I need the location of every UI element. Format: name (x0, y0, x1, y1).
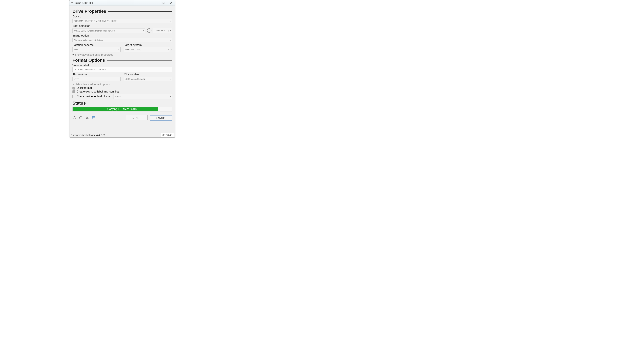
volume-label-label: Volume label (72, 64, 172, 67)
svg-point-10 (81, 117, 81, 117)
cluster-size-combo[interactable]: 4096 bytes (Default) ▾ (124, 77, 172, 81)
status-elapsed: 00:00:46 (161, 133, 174, 137)
hide-advanced-format-label: Hide advanced format options (75, 83, 110, 86)
boot-selection-label: Boot selection (72, 24, 172, 28)
section-title: Format Options (72, 58, 105, 63)
target-system-help[interactable]: ? (171, 48, 172, 51)
progress-text: Copying ISO files: 86.0% (72, 107, 172, 111)
content-area: Drive Properties Device CCCOMA_X64FRE_EN… (70, 6, 175, 132)
info-icon[interactable] (79, 116, 83, 120)
partition-scheme-combo[interactable]: GPT ▾ (72, 47, 120, 52)
target-system-label: Target system (124, 43, 170, 47)
section-rule (88, 103, 172, 103)
rufus-window: Rufus 3.20.1929 Drive Properties Device … (69, 0, 175, 137)
titlebar: Rufus 3.20.1929 (70, 0, 175, 6)
chevron-down-icon: ▾ (170, 95, 171, 98)
svg-rect-18 (92, 117, 95, 119)
chevron-down-icon: ▾ (118, 78, 120, 80)
quick-format-label: Quick format (77, 86, 92, 89)
image-option-combo[interactable]: Standard Windows installation ▾ (72, 38, 172, 42)
image-option-value: Standard Windows installation (74, 39, 103, 41)
file-system-value: NTFS (74, 78, 79, 80)
partition-scheme-value: GPT (74, 48, 78, 51)
target-system-value: UEFI (non CSM) (125, 48, 141, 51)
section-format-options: Format Options (72, 58, 172, 63)
section-title: Status (72, 100, 86, 106)
chevron-down-icon: ▾ (170, 78, 171, 80)
boot-selection-combo[interactable]: Win11_22H2_EnglishInternational_x64.iso … (72, 28, 146, 33)
window-title: Rufus 3.20.1929 (74, 1, 152, 4)
chevron-down-icon[interactable]: ▾ (168, 30, 172, 31)
svg-point-17 (86, 118, 87, 119)
chevron-up-icon: ▴ (72, 83, 74, 86)
section-status: Status (72, 100, 172, 106)
close-button[interactable] (167, 0, 175, 5)
status-file: F:\sources\install.wim (4.4 GB) (71, 134, 161, 136)
maximize-button[interactable] (160, 0, 167, 5)
chevron-down-icon: ▾ (118, 48, 120, 51)
cluster-size-label: Cluster size (124, 73, 172, 76)
statusbar: F:\sources\install.wim (4.4 GB) 00:00:46 (70, 132, 175, 137)
section-drive-properties: Drive Properties (72, 9, 172, 14)
settings-icon[interactable] (85, 116, 89, 120)
section-rule (108, 11, 172, 11)
minimize-button[interactable] (152, 0, 160, 5)
bad-blocks-checkbox[interactable] (72, 95, 75, 98)
chevron-down-icon: ▾ (168, 48, 169, 51)
show-advanced-drive-label: Show advanced drive properties (75, 53, 113, 56)
target-system-combo[interactable]: UEFI (non CSM) ▾ (124, 47, 170, 52)
extended-label-checkbox[interactable]: ✓ (72, 90, 75, 93)
volume-label-input[interactable]: CCCOMA_X64FRE_EN-GB_DV9 (72, 67, 172, 72)
bad-blocks-label: Check device for bad blocks (77, 95, 110, 98)
svg-point-16 (88, 117, 88, 118)
start-button-label: START (132, 116, 141, 119)
bad-blocks-row[interactable]: Check device for bad blocks (72, 95, 110, 98)
boot-selection-value: Win11_22H2_EnglishInternational_x64.iso (74, 29, 115, 32)
partition-scheme-label: Partition scheme (72, 43, 120, 47)
bad-blocks-passes-value: 1 pass (115, 95, 121, 98)
verify-iso-icon[interactable]: ✓ (147, 28, 152, 33)
quick-format-row[interactable]: ✓ Quick format (72, 86, 172, 89)
quick-format-checkbox[interactable]: ✓ (72, 87, 75, 89)
select-button-label: SELECT (153, 29, 168, 32)
bad-blocks-passes-combo[interactable]: 1 pass ▾ (114, 94, 172, 99)
device-value: CCCOMA_X64FRE_EN-GB_DV9 (F:) [8 GB] (74, 20, 117, 22)
cancel-button[interactable]: CANCEL (150, 115, 172, 120)
show-advanced-drive-toggle[interactable]: ▾ Show advanced drive properties (72, 53, 172, 56)
chevron-down-icon: ▾ (143, 30, 144, 32)
device-combo[interactable]: CCCOMA_X64FRE_EN-GB_DV9 (F:) [8 GB] ▾ (72, 18, 172, 23)
device-label: Device (72, 15, 172, 18)
section-rule (107, 60, 172, 60)
progress-bar: Copying ISO files: 86.0% (72, 107, 172, 111)
language-icon[interactable] (72, 116, 76, 120)
extended-label-label: Create extended label and icon files (77, 90, 119, 93)
svg-rect-3 (163, 2, 164, 4)
cluster-size-value: 4096 bytes (Default) (125, 78, 145, 80)
app-icon (70, 1, 74, 4)
svg-point-15 (86, 117, 87, 117)
extended-label-row[interactable]: ✓ Create extended label and icon files (72, 90, 172, 93)
file-system-combo[interactable]: NTFS ▾ (72, 77, 120, 81)
select-iso-button[interactable]: SELECT ▾ (153, 28, 172, 33)
hide-advanced-format-toggle[interactable]: ▴ Hide advanced format options (72, 83, 172, 86)
svg-rect-1 (71, 3, 72, 3)
start-button[interactable]: START (126, 115, 148, 120)
log-icon[interactable] (92, 116, 96, 120)
image-option-label: Image option (72, 34, 172, 37)
chevron-down-icon: ▾ (72, 53, 74, 56)
volume-label-value: CCCOMA_X64FRE_EN-GB_DV9 (74, 68, 106, 71)
file-system-label: File system (72, 73, 120, 76)
cancel-button-label: CANCEL (156, 116, 166, 119)
section-title: Drive Properties (72, 9, 106, 14)
chevron-down-icon: ▾ (170, 39, 171, 41)
chevron-down-icon: ▾ (170, 20, 171, 22)
